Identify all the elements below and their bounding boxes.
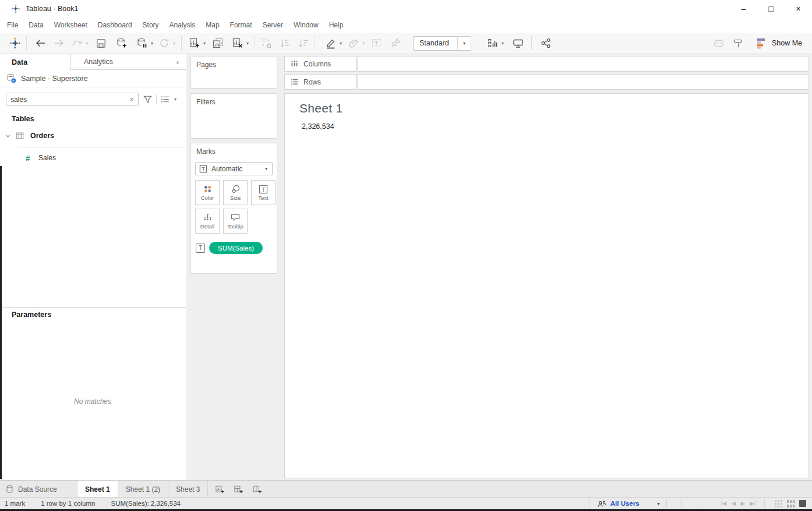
new-data-source-icon[interactable] xyxy=(115,35,129,51)
clear-sheet-caret-icon[interactable]: ▾ xyxy=(245,41,250,46)
status-bar: 1 mark 1 row by 1 column SUM(Sales): 2,3… xyxy=(0,497,812,509)
highlight-icon[interactable] xyxy=(324,35,338,51)
datasource-row[interactable]: Sample - Superstore xyxy=(0,70,186,87)
worksheet-view[interactable]: Sheet 1 2,326,534 xyxy=(284,93,809,478)
previous-icon[interactable]: ◀ xyxy=(732,501,736,506)
maximize-button[interactable]: □ xyxy=(757,0,785,17)
menu-dashboard[interactable]: Dashboard xyxy=(93,21,137,29)
size-button[interactable]: Size xyxy=(223,180,248,205)
show-mark-labels-icon[interactable] xyxy=(369,35,383,51)
pause-updates-icon[interactable] xyxy=(135,35,149,51)
search-box[interactable]: × xyxy=(6,93,139,106)
fit-dropdown[interactable]: Standard ▾ xyxy=(413,36,471,51)
rows-shelf-area[interactable] xyxy=(358,74,809,90)
sheet-sorter-icon[interactable] xyxy=(775,500,782,508)
text-button[interactable]: Text xyxy=(251,180,276,205)
highlight-caret-icon[interactable]: ▾ xyxy=(338,41,344,46)
table-row-orders[interactable]: Orders xyxy=(0,129,186,142)
new-worksheet-icon[interactable] xyxy=(188,35,202,51)
replay-caret-icon[interactable]: ▾ xyxy=(84,41,90,46)
menu-window[interactable]: Window xyxy=(288,21,324,29)
clear-search-icon[interactable]: × xyxy=(125,96,138,104)
new-dashboard-tab-button[interactable] xyxy=(229,481,248,498)
menu-format[interactable]: Format xyxy=(225,21,257,29)
view-options-caret-icon[interactable]: ▾ xyxy=(172,97,178,102)
redo-icon[interactable] xyxy=(52,35,66,51)
field-row-sales[interactable]: # Sales xyxy=(0,152,186,164)
pages-card[interactable]: Pages xyxy=(190,56,277,89)
refresh-icon[interactable] xyxy=(157,35,171,51)
parameters-divider[interactable] xyxy=(0,307,186,308)
collapse-pane-icon[interactable]: ‹ xyxy=(170,54,186,70)
story-nav-group: |◀ ◀ ▶ ▶| xyxy=(721,501,755,506)
menu-data[interactable]: Data xyxy=(23,21,48,29)
marks-card: Marks Automatic ▾ Color Size xyxy=(190,143,277,274)
menu-server[interactable]: Server xyxy=(257,21,288,29)
filmstrip-icon[interactable] xyxy=(787,500,795,508)
tableau-home-icon[interactable] xyxy=(8,35,22,51)
copilot-icon[interactable] xyxy=(712,35,726,51)
sort-descending-icon[interactable] xyxy=(296,35,310,51)
menu-map[interactable]: Map xyxy=(200,21,224,29)
all-users-dropdown[interactable]: All Users ▾ xyxy=(596,499,660,508)
next-icon[interactable]: ▶ xyxy=(741,501,745,506)
tab-data[interactable]: Data xyxy=(0,54,71,70)
group-caret-icon[interactable]: ▾ xyxy=(361,41,366,46)
minimize-button[interactable]: – xyxy=(730,0,757,17)
view-options-icon[interactable] xyxy=(160,94,170,104)
new-worksheet-tab-button[interactable] xyxy=(210,481,229,498)
refresh-caret-icon[interactable]: ▾ xyxy=(171,41,177,46)
tab-analytics[interactable]: Analytics xyxy=(71,54,170,70)
swap-axes-icon[interactable] xyxy=(259,35,273,51)
undo-icon[interactable] xyxy=(33,35,47,51)
presentation-mode-icon[interactable] xyxy=(511,35,525,51)
show-tabs-icon[interactable] xyxy=(799,500,806,507)
new-worksheet-caret-icon[interactable]: ▾ xyxy=(202,41,207,46)
columns-shelf-area[interactable] xyxy=(358,56,809,72)
sum-sales-pill[interactable]: SUM(Sales) xyxy=(209,242,263,254)
detail-button[interactable]: Detail xyxy=(195,209,220,234)
close-button[interactable]: × xyxy=(785,0,812,17)
toolbar: ▾ ▾ ▾ ▾ ▾ xyxy=(0,33,812,54)
menu-worksheet[interactable]: Worksheet xyxy=(49,21,93,29)
tab-sheet-1[interactable]: Sheet 1 xyxy=(77,481,118,498)
rows-icon xyxy=(290,77,299,86)
show-hide-cards-icon[interactable] xyxy=(486,35,500,51)
separator xyxy=(697,499,697,508)
duplicate-icon[interactable] xyxy=(211,35,225,51)
color-button[interactable]: Color xyxy=(195,180,220,205)
show-hide-cards-caret-icon[interactable]: ▾ xyxy=(500,41,506,46)
sort-ascending-icon[interactable] xyxy=(278,35,292,51)
show-me-button[interactable]: Show Me xyxy=(757,38,802,49)
fix-axes-icon[interactable] xyxy=(389,35,403,51)
size-icon xyxy=(231,184,241,194)
clear-sheet-icon[interactable] xyxy=(231,35,245,51)
tab-sheet-1-2[interactable]: Sheet 1 (2) xyxy=(118,481,168,498)
menu-story[interactable]: Story xyxy=(137,21,164,29)
filters-card[interactable]: Filters xyxy=(190,93,277,139)
save-icon[interactable] xyxy=(94,35,108,51)
new-story-tab-button[interactable] xyxy=(248,481,266,498)
search-input[interactable] xyxy=(6,96,125,104)
menu-file[interactable]: File xyxy=(2,21,23,29)
tooltip-mode-icon[interactable] xyxy=(732,35,746,51)
chevron-down-icon[interactable] xyxy=(4,132,12,140)
first-icon[interactable]: |◀ xyxy=(721,501,726,506)
tooltip-button[interactable]: Tooltip xyxy=(223,209,248,234)
share-icon[interactable] xyxy=(539,35,553,51)
replay-icon[interactable] xyxy=(70,35,84,51)
menu-analysis[interactable]: Analysis xyxy=(164,21,201,29)
pause-updates-caret-icon[interactable]: ▾ xyxy=(149,41,155,46)
detail-icon xyxy=(203,213,213,223)
mark-value[interactable]: 2,326,534 xyxy=(302,122,809,131)
filter-fields-icon[interactable] xyxy=(143,94,153,104)
last-icon[interactable]: ▶| xyxy=(750,501,755,506)
tab-sheet-3[interactable]: Sheet 3 xyxy=(168,481,208,498)
group-members-icon[interactable] xyxy=(347,35,361,51)
field-separator xyxy=(17,147,186,147)
tab-data-source[interactable]: Data Source xyxy=(0,481,77,498)
mark-type-dropdown[interactable]: Automatic ▾ xyxy=(195,162,273,175)
mark-count: 1 mark xyxy=(5,500,25,507)
menu-help[interactable]: Help xyxy=(324,21,349,29)
toolbar-separator xyxy=(315,36,315,50)
